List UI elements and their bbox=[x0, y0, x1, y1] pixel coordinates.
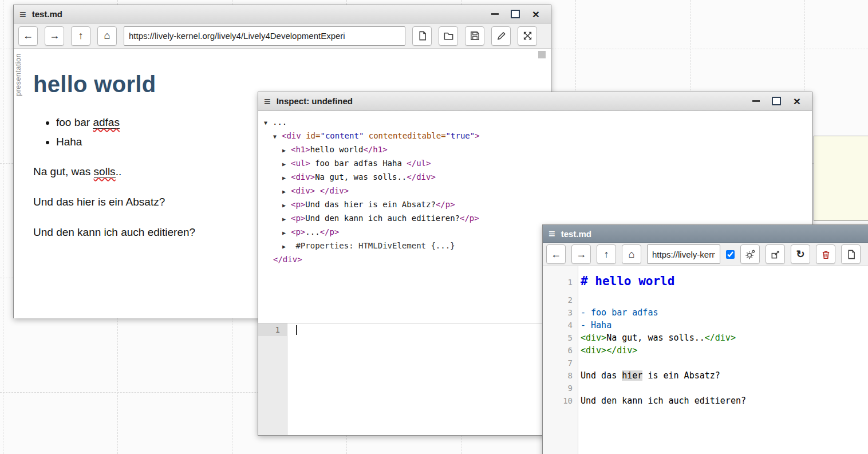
minimize-button[interactable] bbox=[489, 9, 500, 20]
inspector-node[interactable]: ▶<h1>hello world</h1> bbox=[258, 143, 812, 157]
titlebar[interactable]: ≡ Inspect: undefined × bbox=[258, 92, 812, 111]
close-button[interactable]: × bbox=[791, 96, 803, 107]
new-file-icon bbox=[846, 249, 857, 260]
line-number: 1 bbox=[258, 323, 287, 336]
scrollbar-stub[interactable] bbox=[538, 51, 546, 58]
editor-line[interactable]: 1# hello world bbox=[543, 270, 868, 294]
editor-line[interactable]: 10Und den kann ich auch editieren? bbox=[543, 394, 868, 407]
home-button[interactable]: ⌂ bbox=[622, 244, 641, 264]
menu-icon[interactable]: ≡ bbox=[264, 96, 271, 107]
close-button[interactable]: × bbox=[530, 9, 542, 20]
titlebar[interactable]: ≡ test.md × bbox=[14, 5, 551, 23]
window-controls: × bbox=[489, 9, 545, 20]
code-token: <ul> bbox=[291, 159, 310, 168]
expand-arrow-icon[interactable]: ▶ bbox=[282, 185, 291, 198]
up-button[interactable]: ↑ bbox=[71, 26, 90, 46]
code-token: contenteditable= bbox=[369, 131, 446, 140]
maximize-button[interactable] bbox=[510, 9, 521, 20]
text-segment: Na gut, was bbox=[33, 165, 94, 177]
inspector-node[interactable]: ▶<ul> foo bar adfas Haha </ul> bbox=[258, 157, 812, 171]
code-token: hier bbox=[622, 370, 642, 381]
code-token: Und das hier is ein Absatz? bbox=[305, 200, 436, 209]
code-token: id= bbox=[306, 131, 320, 140]
expand-arrow-icon[interactable]: ▶ bbox=[282, 227, 291, 239]
code-token: Und das bbox=[581, 370, 622, 381]
maximize-icon bbox=[772, 97, 781, 105]
code-token: <p> bbox=[291, 214, 305, 223]
new-file-button[interactable] bbox=[412, 26, 432, 46]
inspector-node[interactable]: ▶<div> </div> bbox=[258, 184, 812, 198]
code-token: #Properties: HTMLDivElement {...} bbox=[291, 241, 455, 250]
home-button[interactable]: ⌂ bbox=[97, 26, 117, 46]
expand-arrow-icon[interactable]: ▼ bbox=[264, 117, 273, 129]
save-button[interactable] bbox=[465, 26, 484, 46]
window-title: Inspect: undefined bbox=[277, 96, 353, 106]
expand-arrow-icon[interactable]: ▶ bbox=[282, 172, 291, 184]
background-partial-window[interactable] bbox=[814, 136, 868, 221]
menu-icon[interactable]: ≡ bbox=[549, 228, 555, 239]
source-editor[interactable]: 1# hello world23- foo bar adfas4- Haha5<… bbox=[543, 266, 868, 454]
menu-icon[interactable]: ≡ bbox=[19, 9, 26, 20]
new-file-button[interactable] bbox=[841, 244, 861, 264]
minimize-icon bbox=[491, 13, 499, 15]
code-token: foo bar adfas Haha bbox=[310, 159, 407, 168]
navigation-toolbar: ← → ↑ ⌂ bbox=[14, 23, 551, 49]
line-number: 10 bbox=[543, 394, 578, 407]
trash-icon bbox=[820, 249, 831, 260]
expand-button[interactable] bbox=[518, 26, 537, 46]
code-token: </div> bbox=[407, 172, 436, 181]
url-checkbox[interactable] bbox=[726, 250, 735, 259]
expand-arrow-icon[interactable]: ▶ bbox=[282, 144, 291, 157]
inspector-node[interactable]: ▼<div id="content" contenteditable="true… bbox=[258, 129, 812, 143]
code-token: ... bbox=[273, 117, 287, 127]
editor-line[interactable]: 3- foo bar adfas bbox=[543, 306, 868, 319]
minimize-button[interactable] bbox=[750, 96, 762, 107]
inspector-node[interactable]: ▼... bbox=[258, 116, 812, 129]
url-input[interactable] bbox=[647, 244, 720, 264]
desktop: ≡ test.md × ← → ↑ ⌂ bbox=[0, 0, 868, 454]
settings-button[interactable] bbox=[740, 244, 760, 264]
editor-line[interactable]: 7 bbox=[543, 357, 868, 369]
expand-arrow-icon[interactable]: ▶ bbox=[282, 240, 291, 253]
editor-line[interactable]: 4- Haha bbox=[543, 319, 868, 331]
folder-button[interactable] bbox=[439, 26, 458, 46]
window-controls: × bbox=[750, 96, 806, 107]
code-token: <div> bbox=[581, 333, 606, 343]
line-number: 4 bbox=[543, 319, 578, 331]
misspelled-word: solls bbox=[94, 165, 116, 178]
editor-line[interactable]: 2 bbox=[543, 294, 868, 306]
forward-button[interactable]: → bbox=[45, 26, 64, 46]
window-markdown-source: ≡ test.md ← → ↑ ⌂ bbox=[542, 224, 868, 454]
forward-button[interactable]: → bbox=[571, 244, 591, 264]
expand-arrow-icon[interactable]: ▶ bbox=[282, 199, 291, 212]
inspector-node[interactable]: ▶<p>Und das hier is ein Absatz?</p> bbox=[258, 198, 812, 212]
url-input[interactable] bbox=[124, 26, 405, 46]
editor-gutter bbox=[258, 323, 287, 435]
external-link-button[interactable] bbox=[766, 244, 785, 264]
refresh-button[interactable]: ↻ bbox=[791, 244, 810, 264]
delete-button[interactable] bbox=[816, 244, 835, 264]
code-token: </h1> bbox=[363, 145, 387, 154]
inspector-node[interactable]: ▶<p>Und den kann ich auch editieren?</p> bbox=[258, 212, 812, 226]
titlebar[interactable]: ≡ test.md bbox=[543, 225, 868, 243]
navigation-toolbar: ← → ↑ ⌂ ↻ bbox=[543, 243, 868, 266]
maximize-button[interactable] bbox=[771, 96, 782, 107]
inspector-node[interactable]: ▶<div>Na gut, was solls..</div> bbox=[258, 171, 812, 184]
minimize-icon bbox=[752, 100, 760, 102]
back-button[interactable]: ← bbox=[546, 244, 566, 264]
back-button[interactable]: ← bbox=[18, 26, 38, 46]
up-button[interactable]: ↑ bbox=[597, 244, 616, 264]
edit-button[interactable] bbox=[491, 26, 511, 46]
code-token: <div></div> bbox=[581, 345, 637, 356]
expand-arrow-icon[interactable]: ▶ bbox=[282, 158, 291, 171]
editor-line[interactable]: 8Und das hier is ein Absatz? bbox=[543, 369, 868, 382]
expand-arrow-icon[interactable]: ▶ bbox=[282, 213, 291, 226]
code-token: Und den kann ich auch editieren? bbox=[305, 214, 460, 223]
editor-line[interactable]: 5<div>Na gut, was solls..</div> bbox=[543, 331, 868, 344]
code-token: Und den kann ich auch editieren? bbox=[581, 396, 746, 406]
expand-arrow-icon[interactable]: ▼ bbox=[273, 131, 282, 143]
editor-line[interactable]: 6<div></div> bbox=[543, 344, 868, 357]
folder-icon bbox=[443, 30, 454, 41]
editor-line[interactable]: 9 bbox=[543, 382, 868, 394]
maximize-icon bbox=[511, 10, 520, 18]
